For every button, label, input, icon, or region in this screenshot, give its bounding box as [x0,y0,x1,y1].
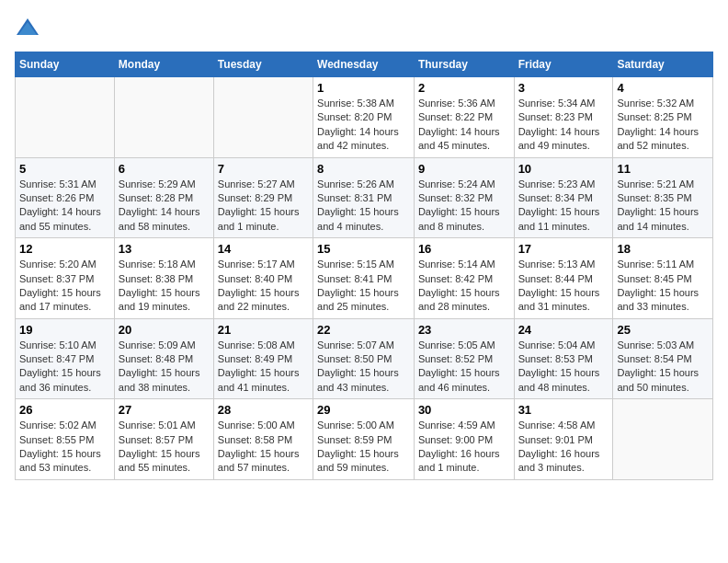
sunrise-text: Sunrise: 5:38 AM [317,97,410,110]
calendar-day-17: 17Sunrise: 5:13 AMSunset: 8:44 PMDayligh… [514,238,613,319]
calendar-day-12: 12Sunrise: 5:20 AMSunset: 8:37 PMDayligh… [16,238,115,319]
daylight-text: Daylight: 15 hours and 43 minutes. [317,366,410,395]
daylight-text: Daylight: 15 hours and 28 minutes. [418,286,510,315]
sunrise-text: Sunrise: 5:10 AM [19,339,110,352]
day-number: 6 [119,162,210,176]
sunrise-text: Sunrise: 5:34 AM [518,97,609,110]
day-info: Sunrise: 5:21 AMSunset: 8:35 PMDaylight:… [617,178,709,235]
daylight-text: Daylight: 14 hours and 45 minutes. [418,125,510,154]
calendar-day-2: 2Sunrise: 5:36 AMSunset: 8:22 PMDaylight… [414,77,514,158]
sunset-text: Sunset: 8:55 PM [19,433,110,447]
daylight-text: Daylight: 15 hours and 59 minutes. [317,447,410,476]
sunrise-text: Sunrise: 5:05 AM [418,339,510,352]
daylight-text: Daylight: 15 hours and 46 minutes. [418,366,510,395]
page-header [15,15,713,40]
day-number: 16 [418,242,510,256]
daylight-text: Daylight: 16 hours and 1 minute. [418,447,510,476]
sunrise-text: Sunrise: 5:21 AM [617,178,709,191]
day-info: Sunrise: 5:00 AMSunset: 8:58 PMDaylight:… [218,419,309,476]
sunset-text: Sunset: 8:37 PM [19,272,110,286]
day-info: Sunrise: 5:13 AMSunset: 8:44 PMDaylight:… [518,258,609,315]
sunrise-text: Sunrise: 5:27 AM [218,178,309,191]
day-info: Sunrise: 5:29 AMSunset: 8:28 PMDaylight:… [119,178,210,235]
calendar-day-21: 21Sunrise: 5:08 AMSunset: 8:49 PMDayligh… [213,318,313,399]
daylight-text: Daylight: 15 hours and 4 minutes. [317,205,410,234]
calendar-day-11: 11Sunrise: 5:21 AMSunset: 8:35 PMDayligh… [613,157,713,238]
sunrise-text: Sunrise: 5:09 AM [119,339,210,352]
day-number: 12 [19,242,110,256]
daylight-text: Daylight: 14 hours and 58 minutes. [119,205,210,234]
sunset-text: Sunset: 8:47 PM [19,352,110,366]
day-number: 24 [518,323,609,337]
daylight-text: Daylight: 14 hours and 49 minutes. [518,125,609,154]
sunset-text: Sunset: 8:31 PM [317,191,410,205]
day-info: Sunrise: 5:03 AMSunset: 8:54 PMDaylight:… [617,339,709,396]
daylight-text: Daylight: 15 hours and 17 minutes. [19,286,110,315]
daylight-text: Daylight: 15 hours and 53 minutes. [19,447,110,476]
calendar-day-9: 9Sunrise: 5:24 AMSunset: 8:32 PMDaylight… [414,157,514,238]
day-info: Sunrise: 5:14 AMSunset: 8:42 PMDaylight:… [418,258,510,315]
calendar-day-29: 29Sunrise: 5:00 AMSunset: 8:59 PMDayligh… [313,399,415,480]
weekday-header-saturday: Saturday [613,52,713,77]
day-info: Sunrise: 5:04 AMSunset: 8:53 PMDaylight:… [518,339,609,396]
calendar-day-31: 31Sunrise: 4:58 AMSunset: 9:01 PMDayligh… [514,399,613,480]
day-number: 29 [317,403,410,417]
sunset-text: Sunset: 8:49 PM [218,352,309,366]
calendar-day-5: 5Sunrise: 5:31 AMSunset: 8:26 PMDaylight… [16,157,115,238]
sunrise-text: Sunrise: 5:31 AM [19,178,110,191]
sunset-text: Sunset: 8:23 PM [518,110,609,124]
calendar-day-18: 18Sunrise: 5:11 AMSunset: 8:45 PMDayligh… [613,238,713,319]
day-number: 11 [617,162,709,176]
calendar-empty-cell [613,399,713,480]
calendar-week-row: 19Sunrise: 5:10 AMSunset: 8:47 PMDayligh… [16,318,713,399]
calendar-week-row: 12Sunrise: 5:20 AMSunset: 8:37 PMDayligh… [16,238,713,319]
sunrise-text: Sunrise: 5:14 AM [418,258,510,271]
day-number: 26 [19,403,110,417]
day-number: 25 [617,323,709,337]
calendar-empty-cell [16,77,115,158]
day-number: 19 [19,323,110,337]
calendar-table: SundayMondayTuesdayWednesdayThursdayFrid… [15,52,713,480]
sunrise-text: Sunrise: 5:17 AM [218,258,309,271]
daylight-text: Daylight: 15 hours and 50 minutes. [617,366,709,395]
calendar-week-row: 5Sunrise: 5:31 AMSunset: 8:26 PMDaylight… [16,157,713,238]
weekday-header-row: SundayMondayTuesdayWednesdayThursdayFrid… [16,52,713,77]
calendar-day-8: 8Sunrise: 5:26 AMSunset: 8:31 PMDaylight… [313,157,415,238]
sunset-text: Sunset: 8:58 PM [218,433,309,447]
sunrise-text: Sunrise: 5:11 AM [617,258,709,271]
calendar-day-24: 24Sunrise: 5:04 AMSunset: 8:53 PMDayligh… [514,318,613,399]
day-number: 8 [317,162,410,176]
sunset-text: Sunset: 8:28 PM [119,191,210,205]
weekday-header-tuesday: Tuesday [213,52,313,77]
daylight-text: Daylight: 15 hours and 22 minutes. [218,286,309,315]
day-info: Sunrise: 5:18 AMSunset: 8:38 PMDaylight:… [119,258,210,315]
day-info: Sunrise: 5:05 AMSunset: 8:52 PMDaylight:… [418,339,510,396]
day-number: 27 [119,403,210,417]
daylight-text: Daylight: 15 hours and 8 minutes. [418,205,510,234]
daylight-text: Daylight: 15 hours and 48 minutes. [518,366,609,395]
calendar-day-30: 30Sunrise: 4:59 AMSunset: 9:00 PMDayligh… [414,399,514,480]
calendar-day-22: 22Sunrise: 5:07 AMSunset: 8:50 PMDayligh… [313,318,415,399]
day-number: 23 [418,323,510,337]
sunrise-text: Sunrise: 5:02 AM [19,419,110,432]
day-info: Sunrise: 5:31 AMSunset: 8:26 PMDaylight:… [19,178,110,235]
day-info: Sunrise: 5:20 AMSunset: 8:37 PMDaylight:… [19,258,110,315]
sunrise-text: Sunrise: 5:32 AM [617,97,709,110]
daylight-text: Daylight: 15 hours and 31 minutes. [518,286,609,315]
sunrise-text: Sunrise: 5:04 AM [518,339,609,352]
logo-icon [15,15,40,40]
calendar-day-26: 26Sunrise: 5:02 AMSunset: 8:55 PMDayligh… [16,399,115,480]
calendar-empty-cell [213,77,313,158]
sunset-text: Sunset: 9:00 PM [418,433,510,447]
weekday-header-wednesday: Wednesday [313,52,415,77]
day-info: Sunrise: 5:15 AMSunset: 8:41 PMDaylight:… [317,258,410,315]
daylight-text: Daylight: 16 hours and 3 minutes. [518,447,609,476]
calendar-day-27: 27Sunrise: 5:01 AMSunset: 8:57 PMDayligh… [114,399,213,480]
day-info: Sunrise: 5:36 AMSunset: 8:22 PMDaylight:… [418,97,510,154]
day-number: 15 [317,242,410,256]
daylight-text: Daylight: 15 hours and 41 minutes. [218,366,309,395]
daylight-text: Daylight: 15 hours and 14 minutes. [617,205,709,234]
sunrise-text: Sunrise: 5:01 AM [119,419,210,432]
day-info: Sunrise: 5:32 AMSunset: 8:25 PMDaylight:… [617,97,709,154]
sunrise-text: Sunrise: 5:15 AM [317,258,410,271]
